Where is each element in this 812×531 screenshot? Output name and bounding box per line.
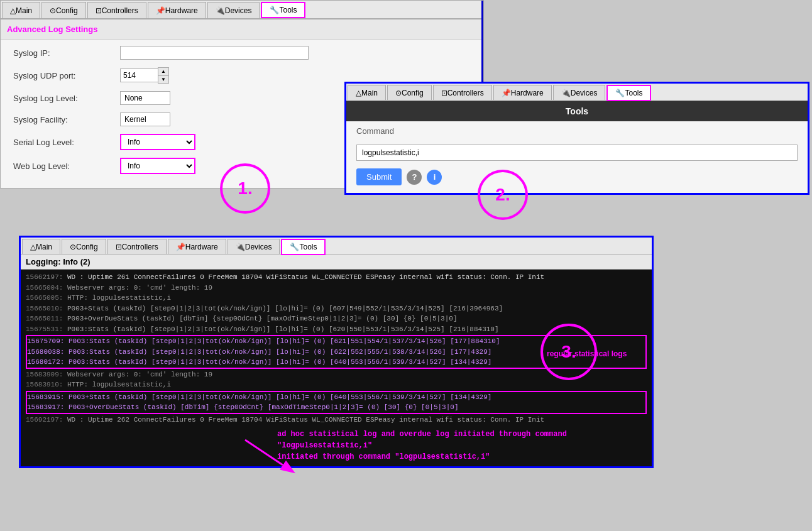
tab-hardware-2[interactable]: 📌Hardware [493, 85, 552, 100]
log-line-3: 15665005: HTTP: logpulsestatistic,i [26, 293, 647, 304]
tab-main-3[interactable]: △Main [22, 239, 60, 254]
tools-panel: △Main ⊙Config ⊡Controllers 📌Hardware 🔌De… [344, 82, 809, 195]
tab-config-3[interactable]: ⊙Config [62, 239, 106, 254]
tab-config-1[interactable]: ⊙Config [41, 2, 86, 18]
tools-header: Tools [346, 101, 808, 121]
syslog-log-label: Syslog Log Level: [13, 94, 114, 103]
command-label: Command [356, 126, 798, 136]
log-line-2: 15665004: Webserver args: 0: 'cmd' lengt… [26, 283, 647, 293]
tab-controllers-2[interactable]: ⊡Controllers [433, 85, 492, 100]
log-line-14: 15692197: WD : Uptime 262 ConnectFailure… [26, 415, 647, 425]
serial-log-label: Serial Log Level: [13, 138, 114, 147]
highlight-group-2: 15683915: P003+Stats (taskId) [step0|1|2… [26, 391, 647, 414]
nav-tabs-2: △Main ⊙Config ⊡Controllers 📌Hardware 🔌De… [346, 84, 808, 101]
tab-controllers-1[interactable]: ⊡Controllers [87, 2, 146, 18]
spinbox-buttons: ▲ ▼ [158, 67, 169, 84]
tab-tools-3[interactable]: 🔧Tools [281, 239, 326, 255]
log-line-5: 15665011: P003+OverDueStats (taskId) [db… [26, 314, 647, 324]
tab-devices-2[interactable]: 🔌Devices [553, 85, 606, 100]
log-line-13: 15683917: P003+OverDueStats (taskId) [db… [27, 402, 645, 413]
tab-config-2[interactable]: ⊙Config [387, 85, 432, 100]
tab-tools-2[interactable]: 🔧Tools [606, 85, 651, 101]
info-button[interactable]: i [427, 170, 442, 185]
tab-devices-3[interactable]: 🔌Devices [228, 239, 280, 254]
log-line-6: 15675531: P003:Stats (taskId) [step0|1|2… [26, 324, 647, 335]
tab-controllers-3[interactable]: ⊡Controllers [107, 239, 167, 254]
web-log-label: Web Log Level: [13, 161, 114, 171]
syslog-ip-label: Syslog IP: [13, 48, 114, 58]
tab-main-1[interactable]: △Main [2, 2, 40, 18]
syslog-udp-input[interactable] [120, 68, 158, 82]
logging-panel: △Main ⊙Config ⊡Controllers 📌Hardware 🔌De… [19, 236, 654, 468]
syslog-udp-label: Syslog UDP port: [13, 71, 114, 80]
highlight-group-1: 15675709: P003:Stats (taskId) [step0|1|2… [26, 335, 647, 369]
syslog-ip-input[interactable] [120, 46, 309, 60]
log-line-7: 15675709: P003:Stats (taskId) [step0|1|2… [27, 336, 645, 347]
log-line-12: 15683915: P003+Stats (taskId) [step0|1|2… [27, 392, 645, 403]
nav-tabs-1: △Main ⊙Config ⊡Controllers 📌Hardware 🔌De… [1, 1, 483, 19]
syslog-facility-input[interactable] [120, 112, 170, 126]
help-button[interactable]: ? [407, 170, 422, 185]
syslog-udp-spinbox: ▲ ▼ [120, 67, 169, 84]
log-line-1: 15662197: WD : Uptime 261 ConnectFailure… [26, 272, 647, 283]
submit-button[interactable]: Submit [356, 168, 402, 185]
nav-tabs-3: △Main ⊙Config ⊡Controllers 📌Hardware 🔌De… [21, 238, 652, 255]
section-title: Advanced Log Settings [7, 25, 97, 34]
command-section: Command Submit ? i [346, 121, 808, 193]
syslog-facility-label: Syslog Facility: [13, 115, 114, 124]
spinbox-up[interactable]: ▲ [158, 68, 168, 76]
annotation-text-2: ad hoc statistical log and overdue log i… [26, 425, 647, 464]
command-input[interactable] [356, 145, 798, 161]
tab-hardware-3[interactable]: 📌Hardware [168, 239, 226, 254]
spinbox-down[interactable]: ▼ [158, 76, 168, 84]
logging-title: Logging: Info (2) [21, 255, 652, 270]
log-line-11: 15683910: HTTP: logpulsestatistic,i [26, 380, 647, 390]
log-line-9: 15680172: P003:Stats (taskId) [step0|1|2… [27, 357, 645, 368]
tab-devices-1[interactable]: 🔌Devices [207, 2, 260, 18]
tab-main-2[interactable]: △Main [348, 85, 386, 100]
log-line-4: 15665010: P003+Stats (taskId) [step0|1|2… [26, 304, 647, 314]
log-line-8: 15680038: P003:Stats (taskId) [step0|1|2… [27, 347, 645, 358]
serial-log-select[interactable]: Info None Error Debug [120, 134, 195, 150]
web-log-select[interactable]: Info None Error Debug [120, 158, 195, 174]
command-input-row [356, 145, 798, 161]
log-line-10: 15683909: Webserver args: 0: 'cmd' lengt… [26, 370, 647, 380]
tab-tools-1[interactable]: 🔧Tools [261, 2, 305, 18]
syslog-ip-row: Syslog IP: [13, 46, 471, 60]
tab-hardware-1[interactable]: 📌Hardware [148, 2, 206, 18]
syslog-log-input[interactable] [120, 91, 170, 105]
log-content[interactable]: 15662197: WD : Uptime 261 ConnectFailure… [21, 270, 652, 466]
